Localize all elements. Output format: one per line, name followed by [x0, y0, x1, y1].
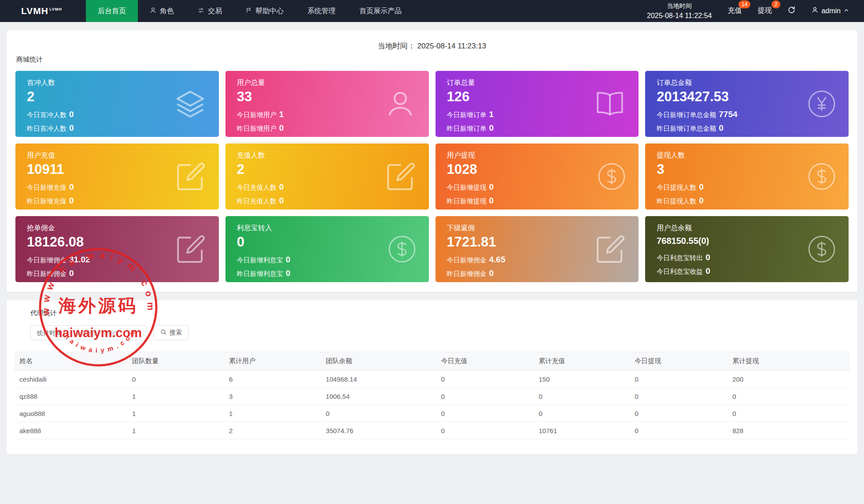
yen-circle-icon	[807, 89, 836, 118]
top-navbar: LVMHLVMH 后台首页 角色 交易 帮助中心 系统管理 首页展示产品 当地时…	[0, 0, 864, 22]
main-menu: 后台首页 角色 交易 帮助中心 系统管理 首页展示产品	[86, 0, 414, 22]
cell: 35074.76	[321, 422, 436, 439]
cell: 3	[224, 388, 321, 405]
agent-statistics-title: 代理统计	[30, 309, 849, 317]
column-header: 团队数量	[127, 352, 224, 371]
withdraw-link[interactable]: 提现2	[757, 6, 772, 15]
stat-card: 首冲人数 2 今日首冲人数0 昨日首冲人数0	[15, 71, 219, 137]
cell: 1	[127, 422, 224, 439]
stat-label: 昨日新增佣金	[447, 270, 487, 277]
nav-item-label: 帮助中心	[255, 7, 284, 16]
stat-label: 今日新增充值	[27, 184, 66, 191]
stat-label: 今日提现人数	[657, 184, 696, 191]
agent-filter-row: 统计时间 搜索	[30, 325, 849, 340]
time-filter-input[interactable]	[68, 325, 147, 340]
cell: 0	[727, 405, 849, 422]
card-stat-line: 昨日新增佣金0	[447, 267, 628, 280]
brand-logo-text: LVMH	[21, 6, 48, 16]
card-stat-line: 昨日新增充值0	[27, 194, 207, 208]
brand-logo[interactable]: LVMHLVMH	[0, 6, 86, 16]
card-title: 用户提现	[447, 151, 628, 160]
user-icon	[384, 88, 417, 120]
cell: 10761	[534, 422, 630, 439]
nav-item-label: 首页展示产品	[359, 7, 402, 16]
card-title: 用户充值	[27, 151, 207, 160]
stat-card: 用户总量 33 今日新增用户1 昨日新增用户0	[225, 71, 429, 137]
mall-statistics-title: 商城统计	[15, 55, 849, 64]
card-stat-line: 昨日充值人数0	[237, 194, 417, 208]
table-row: ake888 1 2 35074.76 0 10761 0 828	[15, 422, 849, 439]
recharge-badge: 14	[738, 0, 750, 8]
stat-label: 昨日新增订单	[447, 125, 487, 132]
cell: 0	[436, 371, 534, 388]
edit-note-icon	[174, 160, 207, 193]
column-header: 今日提现	[630, 352, 727, 371]
table-row: qz888 1 3 1006.54 0 0 0 0	[15, 388, 849, 405]
edit-note-icon	[594, 233, 626, 265]
admin-username: admin	[821, 7, 841, 15]
cell: 828	[727, 422, 849, 439]
nav-item-system-management[interactable]: 系统管理	[295, 0, 347, 22]
nav-item-homepage-products[interactable]: 首页展示产品	[347, 0, 414, 22]
cell: 6	[224, 371, 321, 388]
page-content: 当地时间： 2025-08-14 11:23:13 商城统计 首冲人数 2 今日…	[0, 22, 864, 461]
nav-item-help-center[interactable]: 帮助中心	[234, 0, 295, 22]
nav-item-role[interactable]: 角色	[138, 0, 186, 22]
stat-label: 昨日新增订单总金额	[657, 125, 716, 132]
cell-name: ake888	[15, 422, 127, 439]
stat-value: 0	[719, 123, 724, 132]
nav-item-trade[interactable]: 交易	[186, 0, 234, 22]
panel-local-time: 当地时间： 2025-08-14 11:23:13	[15, 37, 849, 54]
card-title: 充值人数	[237, 151, 417, 160]
card-stat-line: 昨日首冲人数0	[27, 121, 207, 135]
stat-label: 今日新增佣金	[447, 256, 487, 264]
table-header-row: 姓名 团队数量 累计用户 团队余额 今日充值 累计充值 今日提现 累计提现	[15, 352, 849, 371]
stat-card: 抢单佣金 18126.08 今日新增佣金31.02 昨日新增佣金0	[15, 216, 219, 282]
search-button-label: 搜索	[170, 329, 182, 337]
card-title: 首冲人数	[27, 78, 207, 88]
cell: 0	[127, 371, 224, 388]
table-row: ceshidaili 0 6 104968.14 0 150 0 200	[15, 371, 849, 388]
stat-value: 0	[69, 182, 74, 191]
cell: 0	[630, 422, 727, 439]
cell: 1	[127, 405, 224, 422]
stat-label: 今日充值人数	[237, 184, 277, 191]
stat-value: 0	[489, 182, 494, 191]
nav-item-home[interactable]: 后台首页	[86, 0, 138, 22]
cell: 0	[534, 405, 630, 422]
card-stat-line: 昨日新增订单总金额0	[657, 121, 837, 135]
stat-label: 今日首冲人数	[27, 111, 66, 118]
column-header: 今日充值	[436, 352, 534, 371]
search-button[interactable]: 搜索	[154, 325, 188, 340]
withdraw-label: 提现	[757, 7, 772, 14]
stat-card: 用户充值 10911 今日新增充值0 昨日新增充值0	[15, 143, 219, 210]
stat-label: 今日新增提现	[447, 184, 487, 191]
card-title: 用户总量	[237, 78, 417, 88]
withdraw-badge: 2	[772, 0, 781, 8]
layers-icon	[174, 88, 207, 120]
panel-time-label: 当地时间：	[378, 42, 415, 50]
cell: 0	[321, 405, 436, 422]
recharge-link[interactable]: 充值14	[727, 6, 742, 15]
stat-value: 0	[286, 255, 291, 264]
edit-note-icon	[174, 233, 207, 265]
cell: 1006.54	[321, 388, 436, 405]
card-stat-line: 昨日提现人数0	[657, 194, 837, 208]
stat-value: 0	[489, 269, 494, 278]
table-row: aguo888 1 1 0 0 0 0 0	[15, 405, 849, 422]
stat-label: 昨日新增佣金	[27, 270, 66, 277]
admin-dropdown[interactable]: admin	[812, 7, 849, 15]
cell-name: aguo888	[15, 405, 127, 422]
cell: 150	[534, 371, 630, 388]
stat-value: 1	[279, 110, 284, 119]
recharge-label: 充值	[727, 7, 742, 14]
card-stat-line: 昨日新增订单0	[447, 121, 628, 135]
refresh-button[interactable]	[787, 6, 796, 16]
stat-card: 充值人数 2 今日充值人数0 昨日充值人数0	[225, 143, 429, 210]
stat-label: 昨日提现人数	[657, 197, 696, 205]
flag-icon	[246, 7, 252, 15]
stat-value: 31.02	[69, 255, 90, 264]
stat-card: 提现人数 3 今日提现人数0 昨日提现人数0	[645, 143, 849, 210]
card-title: 抢单佣金	[27, 224, 207, 233]
stat-label: 昨日充值人数	[237, 197, 277, 205]
